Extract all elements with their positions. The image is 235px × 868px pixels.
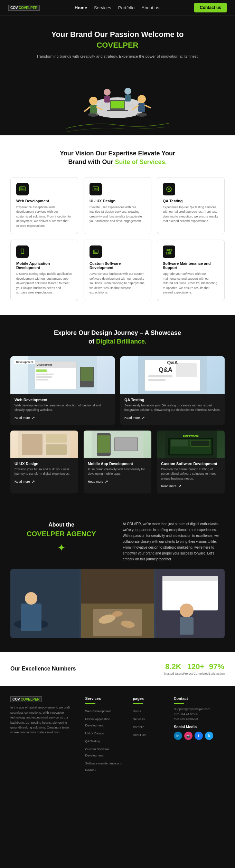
footer-page-portfolio[interactable]: Portfolio: [133, 725, 144, 729]
service-title-maintenance: Software Maintenance and Support: [163, 261, 219, 270]
nav-services[interactable]: Services: [94, 5, 111, 10]
hero-brand: COVELPER: [96, 41, 138, 49]
service-title-mobile: Mobile Application Development: [16, 261, 72, 270]
svg-point-13: [104, 89, 111, 96]
list-item: QA Testing: [85, 737, 126, 744]
read-more-software[interactable]: Read more ↗: [161, 484, 220, 489]
about-collage: [10, 569, 225, 638]
footer-pages-heading: pages: [133, 696, 167, 701]
service-icon-web: [16, 183, 29, 195]
read-more-mobile[interactable]: Read more ↗: [88, 479, 147, 484]
footer-page-services[interactable]: Services: [133, 717, 145, 721]
svg-rect-67: [115, 438, 137, 451]
social-media: Social Media in 📷 f 𝕏: [174, 725, 225, 740]
hero-subtitle: Transforming brands with creativity and …: [14, 54, 221, 60]
portfolio-title-software: Custom Software Development: [161, 462, 220, 466]
footer-contact-heading: Contact: [174, 696, 225, 701]
svg-rect-86: [162, 576, 218, 581]
footer-link-maintenance[interactable]: Software maintenance and support: [85, 762, 122, 771]
footer-page-home[interactable]: Home: [133, 710, 141, 713]
number-trusted-users: 8.2K Trusted Users: [163, 662, 183, 675]
footer-pages-col: pages Home Services Portfolio About Us: [133, 696, 167, 774]
svg-rect-28: [94, 189, 98, 190]
linkedin-icon[interactable]: in: [174, 732, 182, 740]
footer-link-uiux[interactable]: UI/UX Design: [85, 732, 104, 735]
footer-link-webdev[interactable]: Web Development: [85, 710, 111, 713]
nav-about[interactable]: About us: [142, 5, 159, 10]
svg-rect-40: [167, 252, 169, 254]
svg-rect-16: [125, 95, 131, 102]
footer-page-about[interactable]: About Us: [133, 733, 145, 737]
portfolio-title-qa: QA Testing: [124, 398, 220, 402]
svg-point-87: [180, 604, 194, 617]
service-desc-mobile: Discover cutting-edge mobile application…: [16, 272, 72, 295]
hero-svg: [66, 66, 169, 135]
portfolio-body-web: Web Development Web development is the c…: [10, 394, 115, 425]
portfolio-img-software: SOFTWARE: [157, 431, 225, 458]
footer-logo: COVCOVELPER: [10, 696, 78, 702]
footer-services-list: Web Development Mobile Application Devel…: [85, 707, 126, 772]
footer-link-custom[interactable]: Custom Software Development: [85, 748, 109, 757]
svg-rect-52: [81, 367, 93, 381]
portfolio-heading: Explore Our Design Journey – A Showcase …: [10, 329, 225, 346]
svg-rect-41: [169, 252, 170, 254]
svg-point-18: [137, 113, 147, 117]
svg-line-7: [85, 107, 90, 111]
facebook-icon[interactable]: f: [195, 732, 203, 740]
social-icons: in 📷 f 𝕏: [174, 732, 225, 740]
read-more-ui[interactable]: Read more ↗: [15, 479, 74, 484]
services-heading: Your Vision Our Expertise Elevate Your B…: [10, 149, 225, 166]
footer-brand-desc: In the age of digital empowerment, we cr…: [10, 705, 78, 735]
nav-portfolio[interactable]: Portfolio: [118, 5, 135, 10]
svg-rect-4: [107, 110, 128, 111]
portfolio-card-web: Development Web Development Web developm…: [10, 356, 115, 425]
svg-text:Q&A: Q&A: [159, 366, 172, 373]
portfolio-desc-qa: Seamlessly transition your QA testing pr…: [124, 403, 220, 413]
svg-point-17: [88, 113, 98, 117]
svg-rect-73: [191, 440, 210, 446]
footer-contact-phone2: +92 335 6560228: [174, 717, 225, 721]
service-icon-custom: [90, 245, 102, 258]
list-item: Home: [133, 707, 167, 714]
svg-rect-83: [93, 609, 142, 636]
service-icon-maintenance: [163, 245, 175, 258]
logo-prefix: COV: [10, 6, 18, 10]
navbar: COVCOVELPER Home Services Portfolio Abou…: [0, 0, 235, 16]
numbers-section: Our Excellence Numbers 8.2K Trusted User…: [0, 652, 235, 686]
portfolio-title-web: Web Development: [15, 398, 111, 402]
service-card-custom: Custom Software Development Advance your…: [84, 240, 151, 301]
svg-point-35: [94, 251, 95, 252]
contact-button[interactable]: Contact us: [194, 3, 227, 12]
svg-rect-56: [148, 375, 172, 377]
services-grid: Web Development Experience exceptional w…: [10, 177, 225, 301]
portfolio-body-qa: QA Testing Seamlessly transition your QA…: [120, 394, 225, 425]
footer-contact-phone1: +92 314 4472525: [174, 712, 225, 716]
about-heading: About the COVELPER AGENCY: [10, 521, 112, 538]
service-card-qa: QA Testing Experience top-tier QA testin…: [157, 177, 225, 234]
twitter-icon[interactable]: 𝕏: [205, 732, 213, 740]
instagram-icon[interactable]: 📷: [184, 732, 192, 740]
footer-link-mobiledev[interactable]: Mobile Application Development: [85, 717, 110, 727]
portfolio-card-mobile: Mobile App Development Fuse brand creati…: [84, 431, 151, 494]
svg-rect-65: [97, 435, 110, 453]
service-card-mobile: Mobile Application Development Discover …: [10, 240, 78, 301]
svg-rect-50: [36, 379, 48, 380]
nav-home[interactable]: Home: [75, 5, 87, 10]
about-star-icon: ✦: [10, 542, 112, 553]
number-value-satisfaction: 97%: [208, 662, 225, 671]
nav-links: Home Services Portfolio About us: [75, 5, 159, 10]
portfolio-desc-mobile: Fuse brand creativity with functionality…: [88, 467, 147, 476]
footer-link-qa[interactable]: QA Testing: [85, 740, 100, 743]
read-more-web[interactable]: Read more ↗: [15, 415, 111, 420]
number-label-users: Trusted Users: [163, 672, 183, 675]
logo-suffix: COVELPER: [19, 6, 38, 10]
portfolio-desc-software: Envision the future through crafting of …: [161, 467, 220, 481]
logo[interactable]: COVCOVELPER: [8, 5, 40, 11]
footer-logo-box: COVCOVELPER: [10, 696, 42, 702]
logo-box: COVCOVELPER: [8, 5, 40, 11]
read-more-qa[interactable]: Read more ↗: [124, 415, 220, 420]
portfolio-section: Explore Our Design Journey – A Showcase …: [0, 315, 235, 508]
svg-rect-38: [167, 249, 169, 251]
svg-rect-61: [46, 434, 67, 443]
number-satisfaction: 97% Satisfaction: [208, 662, 225, 675]
